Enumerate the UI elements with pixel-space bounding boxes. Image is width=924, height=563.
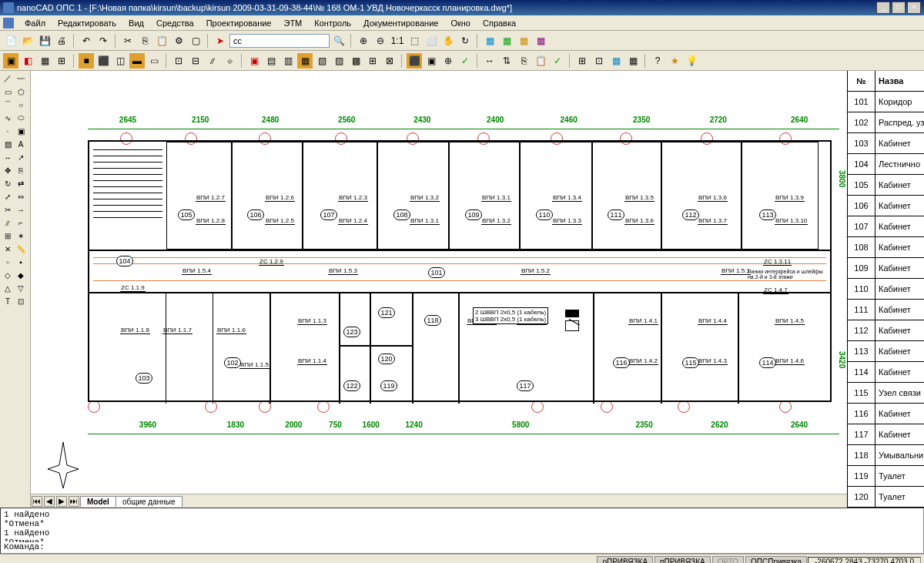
t2-22-icon[interactable]: ⊠ xyxy=(382,53,397,69)
t2-25-icon[interactable]: ⊕ xyxy=(440,53,456,69)
zoom-11-icon[interactable]: 1:1 xyxy=(390,33,405,49)
menu-design[interactable]: Проектирование xyxy=(200,17,278,29)
zoom-window-icon[interactable]: ⬚ xyxy=(407,33,422,49)
tab-prev-icon[interactable]: ◀ xyxy=(44,496,55,507)
command-input[interactable] xyxy=(45,542,920,551)
zoom-in-icon[interactable]: ⊕ xyxy=(356,33,371,49)
tab-model[interactable]: Model xyxy=(80,496,116,507)
t2-34-icon[interactable]: ▦ xyxy=(608,53,624,69)
t2-1-icon[interactable]: ▣ xyxy=(3,53,18,69)
t2-16-icon[interactable]: ▥ xyxy=(280,53,296,69)
t2-14-icon[interactable]: ▣ xyxy=(246,53,262,69)
minimize-button[interactable]: _ xyxy=(876,2,890,14)
t2-21-icon[interactable]: ⊞ xyxy=(365,53,380,69)
fillet-icon[interactable]: ⌐ xyxy=(15,216,27,229)
t2-15-icon[interactable]: ▤ xyxy=(263,53,279,69)
t2-8-icon[interactable]: ▬ xyxy=(129,53,145,69)
copy2-icon[interactable]: ⎘ xyxy=(15,164,27,176)
stretch-icon[interactable]: ⇔ xyxy=(15,190,27,203)
block-icon[interactable]: ▣ xyxy=(15,125,27,137)
t2-10-icon[interactable]: ⊡ xyxy=(171,53,186,69)
t2-6-icon[interactable]: ⬛ xyxy=(95,53,111,69)
menu-view[interactable]: Вид xyxy=(122,17,150,29)
t2-tip-icon[interactable]: 💡 xyxy=(684,53,699,69)
circle-icon[interactable]: ○ xyxy=(15,99,27,111)
drawing-canvas[interactable]: 2645 2150 2480 2560 2430 2400 2460 2350 … xyxy=(31,71,847,494)
poly-icon[interactable]: ⬠ xyxy=(15,85,27,98)
select-icon[interactable]: ▢ xyxy=(188,33,203,49)
t2-33-icon[interactable]: ⊡ xyxy=(591,53,607,69)
t2-5-icon[interactable]: ■ xyxy=(79,53,94,69)
t2-help-icon[interactable]: ? xyxy=(650,53,665,69)
menu-file[interactable]: Файл xyxy=(18,17,52,29)
menu-help[interactable]: Справка xyxy=(477,17,522,29)
array-icon[interactable]: ⊞ xyxy=(2,230,14,242)
layer4-icon[interactable]: ▦ xyxy=(533,33,548,49)
t2-17-icon[interactable]: ▦ xyxy=(297,53,313,69)
layer1-icon[interactable]: ▦ xyxy=(482,33,497,49)
redo-icon[interactable]: ↷ xyxy=(95,33,111,49)
print-icon[interactable]: 🖨 xyxy=(54,33,69,49)
layer3-icon[interactable]: ▦ xyxy=(516,33,531,49)
open-icon[interactable]: 📂 xyxy=(20,33,35,49)
close-button[interactable]: × xyxy=(907,2,921,14)
text-icon[interactable]: A xyxy=(15,138,27,150)
tab-next-icon[interactable]: ▶ xyxy=(56,496,67,507)
extend-icon[interactable]: → xyxy=(15,203,27,216)
cut-icon[interactable]: ✂ xyxy=(120,33,136,49)
move-icon[interactable]: ✥ xyxy=(2,164,14,176)
t2-32-icon[interactable]: ⊞ xyxy=(574,53,590,69)
status-osnap[interactable]: оПРИВЯЗКА xyxy=(597,556,653,563)
lt-33-icon[interactable]: △ xyxy=(2,282,14,294)
tab-last-icon[interactable]: ⏭ xyxy=(69,496,79,507)
t2-31-icon[interactable]: ✓ xyxy=(550,53,565,69)
t2-28-icon[interactable]: ⇅ xyxy=(499,53,514,69)
lt-34-icon[interactable]: ▽ xyxy=(15,282,27,294)
trim-icon[interactable]: ✂ xyxy=(2,203,14,216)
lt-32-icon[interactable]: ◆ xyxy=(15,269,27,281)
menu-tools[interactable]: Средства xyxy=(150,17,200,29)
tab-first-icon[interactable]: ⏮ xyxy=(32,496,42,507)
t2-30-icon[interactable]: 📋 xyxy=(533,53,548,69)
lt-30-icon[interactable]: ▪ xyxy=(15,256,27,268)
offset-icon[interactable]: ⫽ xyxy=(2,216,14,229)
t2-7-icon[interactable]: ◫ xyxy=(112,53,128,69)
menu-control[interactable]: Контроль xyxy=(308,17,357,29)
menu-edit[interactable]: Редактировать xyxy=(52,17,122,29)
t2-26-icon[interactable]: ✓ xyxy=(457,53,473,69)
line-icon[interactable]: ／ xyxy=(2,72,14,85)
t2-13-icon[interactable]: ⟐ xyxy=(222,53,237,69)
search-input[interactable] xyxy=(229,34,330,48)
t2-3-icon[interactable]: ▦ xyxy=(37,53,52,69)
layer2-icon[interactable]: ▦ xyxy=(499,33,514,49)
save-icon[interactable]: 💾 xyxy=(37,33,52,49)
copy-icon[interactable]: ⎘ xyxy=(137,33,152,49)
menu-window[interactable]: Окно xyxy=(444,17,477,29)
t2-18-icon[interactable]: ▧ xyxy=(314,53,330,69)
status-psnap[interactable]: пПРИВЯЗКА xyxy=(654,556,711,563)
new-icon[interactable]: 📄 xyxy=(3,33,18,49)
status-ortho[interactable]: ОРТО xyxy=(712,556,744,563)
lt-29-icon[interactable]: ▫ xyxy=(2,256,14,268)
lt-36-icon[interactable]: ⊡ xyxy=(15,295,27,307)
menu-docs[interactable]: Документирование xyxy=(357,17,444,29)
zoom-out-icon[interactable]: ⊖ xyxy=(373,33,388,49)
t2-12-icon[interactable]: ⫽ xyxy=(205,53,220,69)
lt-T-icon[interactable]: T xyxy=(2,295,14,307)
pan-icon[interactable]: ✋ xyxy=(440,33,456,49)
t2-4-icon[interactable]: ⊞ xyxy=(54,53,69,69)
measure-icon[interactable]: 📏 xyxy=(15,243,27,255)
t2-35-icon[interactable]: ▦ xyxy=(625,53,641,69)
t2-about-icon[interactable]: ★ xyxy=(667,53,682,69)
arc-icon[interactable]: ⌒ xyxy=(2,99,14,111)
paste-icon[interactable]: 📋 xyxy=(154,33,169,49)
t2-27-icon[interactable]: ↔ xyxy=(482,53,497,69)
find-icon[interactable]: ➤ xyxy=(213,33,228,49)
t2-24-icon[interactable]: ▣ xyxy=(424,53,439,69)
erase-icon[interactable]: ✕ xyxy=(2,243,14,255)
tab-sheet[interactable]: общие данные xyxy=(116,496,182,507)
regen-icon[interactable]: ↻ xyxy=(457,33,473,49)
t2-29-icon[interactable]: ⎘ xyxy=(516,53,531,69)
props-icon[interactable]: ⚙ xyxy=(171,33,186,49)
pline-icon[interactable]: 〰 xyxy=(15,72,27,85)
